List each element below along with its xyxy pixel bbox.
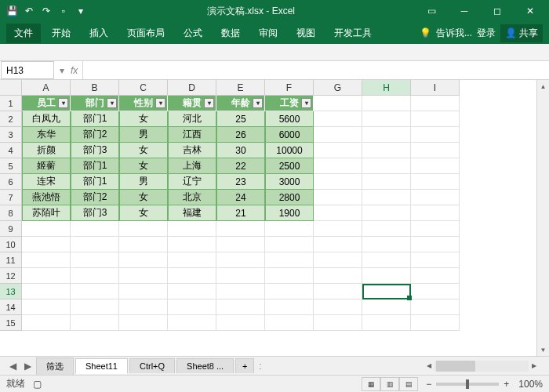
cell[interactable]: [265, 299, 314, 315]
cell[interactable]: [168, 299, 216, 315]
cell[interactable]: [22, 252, 71, 268]
cell[interactable]: [119, 268, 168, 284]
cell[interactable]: 6000: [265, 127, 314, 143]
cell[interactable]: [362, 268, 411, 284]
tab-file[interactable]: 文件: [6, 24, 41, 43]
cell[interactable]: [314, 205, 362, 221]
cell[interactable]: [314, 127, 362, 143]
cell[interactable]: [216, 315, 265, 331]
formula-input[interactable]: [82, 61, 549, 79]
vertical-scrollbar[interactable]: ▲ ▼: [536, 80, 549, 356]
cell[interactable]: [119, 299, 168, 315]
cell[interactable]: [314, 190, 362, 205]
cell[interactable]: 燕池悟: [22, 190, 71, 205]
pagelayout-view-button[interactable]: ▥: [380, 377, 399, 391]
login-link[interactable]: 登录: [477, 27, 496, 40]
cell[interactable]: 女: [119, 158, 168, 174]
cell[interactable]: [265, 284, 314, 299]
cell[interactable]: [314, 143, 362, 158]
cell[interactable]: [362, 221, 411, 237]
cell[interactable]: [22, 268, 71, 284]
filter-dropdown-icon[interactable]: [301, 98, 311, 108]
cell[interactable]: 女: [119, 190, 168, 205]
cell[interactable]: [216, 221, 265, 237]
cell[interactable]: [168, 268, 216, 284]
close-button[interactable]: ✕: [514, 0, 546, 22]
col-header[interactable]: F: [265, 80, 314, 96]
cell[interactable]: 5600: [265, 111, 314, 127]
col-header[interactable]: A: [22, 80, 71, 96]
cell[interactable]: 部门3: [71, 143, 119, 158]
cell[interactable]: 折颜: [22, 143, 71, 158]
cell[interactable]: 26: [216, 127, 265, 143]
cell[interactable]: [71, 237, 119, 252]
cell[interactable]: [411, 205, 460, 221]
row-header[interactable]: 7: [0, 190, 22, 205]
cell[interactable]: [265, 221, 314, 237]
cell[interactable]: [22, 284, 71, 299]
cell[interactable]: [411, 237, 460, 252]
cell[interactable]: [411, 127, 460, 143]
fx-icon[interactable]: fx: [71, 65, 78, 76]
cell[interactable]: [119, 315, 168, 331]
row-header[interactable]: 3: [0, 127, 22, 143]
cell[interactable]: [216, 252, 265, 268]
redo-icon[interactable]: ↷: [41, 5, 52, 16]
cell[interactable]: [71, 299, 119, 315]
sheet-tab[interactable]: 筛选: [36, 358, 74, 375]
col-header[interactable]: C: [119, 80, 168, 96]
cell[interactable]: [168, 221, 216, 237]
tab-review[interactable]: 审阅: [251, 24, 285, 43]
row-header[interactable]: 2: [0, 111, 22, 127]
cell[interactable]: [71, 284, 119, 299]
cell[interactable]: 东华: [22, 127, 71, 143]
cell[interactable]: [362, 143, 411, 158]
cell[interactable]: 部门1: [71, 111, 119, 127]
cell[interactable]: [362, 205, 411, 221]
col-header[interactable]: E: [216, 80, 265, 96]
cell[interactable]: [362, 190, 411, 205]
cell[interactable]: [411, 299, 460, 315]
cell[interactable]: [362, 237, 411, 252]
cell[interactable]: [411, 111, 460, 127]
name-box[interactable]: H13: [1, 61, 54, 79]
horizontal-scrollbar[interactable]: ◀ ▶: [267, 361, 543, 372]
cell[interactable]: 年龄: [216, 96, 265, 111]
cell[interactable]: [265, 315, 314, 331]
cell[interactable]: [362, 315, 411, 331]
cell[interactable]: [216, 268, 265, 284]
cell[interactable]: [362, 111, 411, 127]
row-header[interactable]: 14: [0, 299, 22, 315]
cell[interactable]: [411, 143, 460, 158]
cell[interactable]: 部门1: [71, 158, 119, 174]
cell[interactable]: [362, 284, 411, 299]
sheet-tab[interactable]: Sheet11: [75, 358, 128, 374]
filter-dropdown-icon[interactable]: [107, 98, 117, 108]
cell[interactable]: [216, 237, 265, 252]
cell[interactable]: 北京: [168, 190, 216, 205]
col-header[interactable]: D: [168, 80, 216, 96]
cell[interactable]: 工资: [265, 96, 314, 111]
cell[interactable]: [168, 284, 216, 299]
cell[interactable]: [411, 174, 460, 190]
cell[interactable]: 2800: [265, 190, 314, 205]
cell[interactable]: 部门1: [71, 174, 119, 190]
pagebreak-view-button[interactable]: ▤: [399, 377, 418, 391]
cell[interactable]: [362, 299, 411, 315]
cell[interactable]: [411, 190, 460, 205]
new-sheet-button[interactable]: +: [235, 358, 254, 373]
cell[interactable]: 部门2: [71, 127, 119, 143]
scroll-right-icon[interactable]: ▶: [532, 362, 536, 369]
undo-icon[interactable]: ↶: [24, 5, 35, 16]
share-button[interactable]: 👤 共享: [500, 24, 543, 42]
new-icon[interactable]: ▫: [58, 5, 69, 16]
cell[interactable]: [22, 237, 71, 252]
cell[interactable]: 性别: [119, 96, 168, 111]
save-icon[interactable]: 💾: [6, 5, 17, 16]
col-header[interactable]: G: [314, 80, 362, 96]
cell[interactable]: 24: [216, 190, 265, 205]
tab-view[interactable]: 视图: [289, 24, 323, 43]
cell[interactable]: [119, 221, 168, 237]
tell-me[interactable]: 告诉我...: [436, 27, 472, 40]
tab-data[interactable]: 数据: [213, 24, 248, 43]
